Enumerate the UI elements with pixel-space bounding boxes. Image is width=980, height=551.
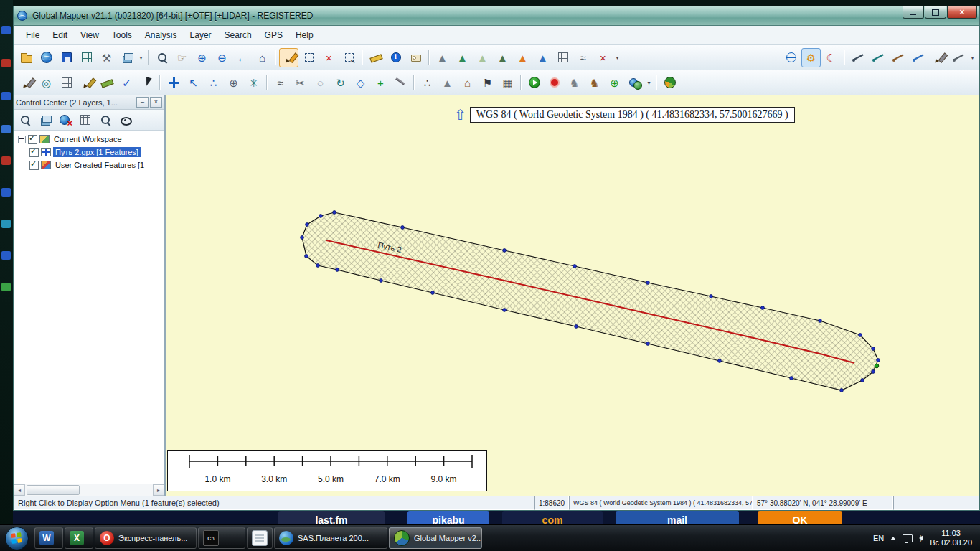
- measure-ruler-button[interactable]: [97, 73, 116, 93]
- menu-edit[interactable]: Edit: [46, 27, 74, 43]
- grid-edit-button[interactable]: [57, 73, 76, 93]
- toolbar-dropdown-arrow[interactable]: ▾: [137, 49, 145, 67]
- gps-record-button[interactable]: [545, 73, 564, 93]
- scrollbar-thumb[interactable]: [27, 485, 80, 495]
- online-sources-button[interactable]: ⚙: [801, 48, 821, 67]
- gps-add-button[interactable]: ⊕: [605, 73, 624, 93]
- network-status-icon[interactable]: [903, 534, 913, 542]
- vertex-point[interactable]: [861, 379, 864, 382]
- snap-vertex-button[interactable]: ✳: [244, 73, 263, 93]
- menu-layer[interactable]: Layer: [184, 27, 218, 43]
- create-point-button[interactable]: ∴: [418, 73, 437, 93]
- offline-mode-button[interactable]: ☾: [821, 48, 841, 67]
- taskbar-button-opera[interactable]: Экспресс-панель...: [95, 527, 197, 549]
- menu-analysis[interactable]: Analysis: [138, 27, 184, 43]
- volume-icon[interactable]: [919, 535, 923, 541]
- desktop-icon[interactable]: [1, 26, 11, 34]
- selected-feature-polygon[interactable]: [302, 212, 878, 390]
- quick-draw-button[interactable]: [77, 73, 96, 93]
- vertex-point[interactable]: [819, 319, 822, 323]
- cc-overview-button[interactable]: [76, 110, 95, 129]
- map-canvas[interactable]: Путь 2: [166, 95, 979, 496]
- create-flag-button[interactable]: ⚑: [478, 73, 497, 93]
- cut-fill-button[interactable]: [888, 48, 908, 67]
- status-message[interactable]: Right Click to Display Option Menu (1 fe…: [14, 496, 534, 510]
- window-titlebar[interactable]: Global Mapper v21.1 (b021820) [64-bit] […: [14, 6, 979, 26]
- vertex-point[interactable]: [872, 370, 875, 374]
- layer-label[interactable]: Путь 2.gpx [1 Features]: [53, 147, 141, 157]
- crosshair-button[interactable]: ⊕: [224, 73, 243, 93]
- menu-help[interactable]: Help: [289, 27, 320, 43]
- select-vertices-button[interactable]: ◌: [311, 73, 330, 93]
- vertex-point[interactable]: [316, 264, 320, 268]
- vertex-point[interactable]: [431, 291, 435, 295]
- vertex-point[interactable]: [573, 265, 577, 268]
- full-view-button[interactable]: ⌂: [253, 48, 272, 67]
- vertex-point[interactable]: [872, 347, 875, 351]
- vertex-point[interactable]: [503, 249, 507, 253]
- minimize-button[interactable]: [903, 6, 924, 19]
- map-view[interactable]: Путь 2 ⇧ WGS 84 ( World Geodetic System …: [166, 95, 979, 496]
- watershed-button[interactable]: [908, 48, 928, 67]
- open-file-button[interactable]: [17, 48, 36, 67]
- measure-tool-button[interactable]: [366, 48, 385, 67]
- vertex-point[interactable]: [306, 223, 309, 227]
- vertex-point[interactable]: [503, 309, 507, 312]
- edit-selected-button[interactable]: [339, 48, 359, 67]
- taskbar-button-word[interactable]: [34, 527, 63, 549]
- view-3d-button[interactable]: [660, 73, 679, 93]
- toolbar-dropdown-arrow[interactable]: ▾: [645, 74, 653, 92]
- desktop-icon[interactable]: [1, 59, 11, 67]
- create-building-button[interactable]: ⌂: [458, 73, 477, 93]
- attribute-editor-button[interactable]: [406, 48, 425, 67]
- gps-start-button[interactable]: [524, 73, 544, 93]
- vertex-point[interactable]: [336, 268, 339, 272]
- layer-checkbox[interactable]: [29, 161, 39, 170]
- profile-pencil-button[interactable]: [928, 48, 948, 67]
- create-grid-button[interactable]: ▦: [498, 73, 517, 93]
- vertex-point[interactable]: [319, 215, 323, 218]
- gps-sync-button[interactable]: [625, 73, 644, 93]
- color-shader-button[interactable]: ▲: [513, 48, 532, 67]
- taskbar-button-sas[interactable]: SAS.Планета 200...: [274, 527, 387, 549]
- terrain-shader-button[interactable]: ▲: [473, 48, 492, 67]
- zoom-in-button[interactable]: ⊕: [192, 48, 212, 67]
- cc-zoom-button[interactable]: [16, 110, 34, 129]
- create-terrain-button[interactable]: ▲: [438, 73, 457, 93]
- layer-checkbox[interactable]: [28, 135, 37, 144]
- vertex-point[interactable]: [840, 389, 844, 392]
- scroll-left-arrow[interactable]: ◂: [14, 484, 25, 496]
- move-vertex-button[interactable]: ↖: [184, 73, 203, 93]
- vertex-point[interactable]: [401, 226, 405, 230]
- start-button[interactable]: [5, 527, 29, 550]
- split-line-button[interactable]: ✂: [291, 73, 310, 93]
- cc-visibility-button[interactable]: [116, 110, 135, 129]
- web-layers-button[interactable]: [781, 48, 801, 67]
- line-of-sight-button[interactable]: [868, 48, 887, 67]
- vertex-point[interactable]: [380, 279, 383, 283]
- zoom-previous-button[interactable]: ←: [232, 48, 252, 67]
- disable-analysis-button[interactable]: ×: [593, 48, 613, 67]
- vertex-point[interactable]: [646, 342, 650, 346]
- vertex-point[interactable]: [718, 359, 722, 363]
- snap-target-button[interactable]: ◎: [37, 73, 56, 93]
- panel-close-button[interactable]: ×: [150, 97, 162, 108]
- verify-button[interactable]: ✓: [117, 73, 136, 93]
- tree-expander[interactable]: [18, 136, 26, 143]
- desktop-icon[interactable]: [1, 283, 11, 291]
- edit-feature-button[interactable]: [17, 73, 36, 93]
- vertex-point[interactable]: [790, 377, 793, 380]
- open-online-data-button[interactable]: [37, 48, 56, 67]
- desktop-icon[interactable]: [1, 92, 11, 100]
- rotate-feature-button[interactable]: ↻: [331, 73, 350, 93]
- move-feature-button[interactable]: [164, 73, 183, 93]
- digitizer-tool-button[interactable]: [279, 48, 298, 67]
- draw-profile-button[interactable]: [948, 48, 968, 67]
- taskbar-button-doc[interactable]: [247, 527, 273, 549]
- toolbar-dropdown-arrow[interactable]: ▾: [969, 49, 976, 67]
- close-button[interactable]: ×: [947, 6, 977, 19]
- menu-gps[interactable]: GPS: [258, 27, 289, 43]
- vertex-point[interactable]: [710, 295, 713, 298]
- zoom-tool-button[interactable]: [152, 48, 171, 67]
- cc-layer-options-button[interactable]: [36, 110, 55, 129]
